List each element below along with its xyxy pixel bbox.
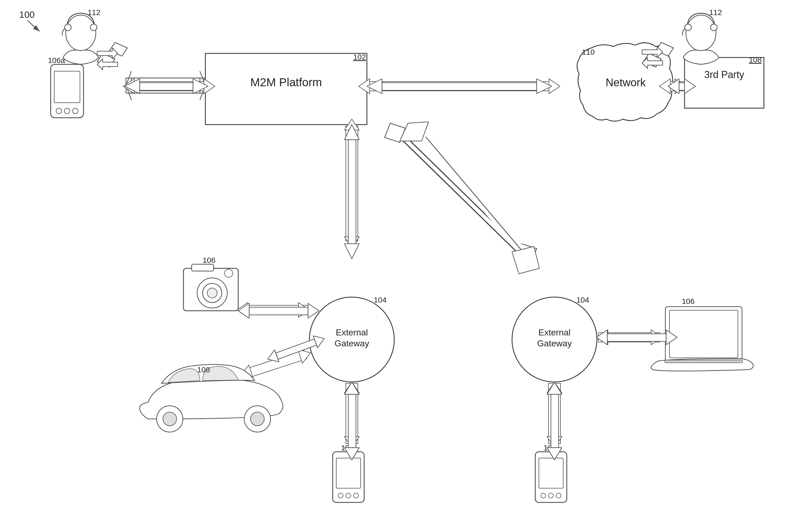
svg-point-86	[346, 493, 351, 498]
svg-marker-21	[110, 42, 127, 56]
svg-rect-75	[192, 264, 214, 271]
svg-point-78	[157, 406, 183, 432]
svg-rect-84	[336, 458, 361, 488]
svg-point-69	[73, 108, 78, 114]
svg-point-61	[686, 15, 716, 51]
svg-marker-43	[237, 302, 248, 317]
svg-rect-35	[346, 126, 358, 241]
svg-point-12	[309, 297, 394, 382]
svg-text:Gateway: Gateway	[335, 338, 369, 348]
svg-text:3rd Party: 3rd Party	[704, 69, 744, 80]
svg-marker-109	[684, 79, 696, 94]
svg-text:Gateway: Gateway	[537, 338, 572, 348]
svg-text:Network: Network	[606, 76, 646, 88]
svg-text:106: 106	[544, 444, 556, 452]
svg-marker-121	[308, 304, 319, 318]
svg-point-67	[56, 108, 61, 114]
svg-rect-4	[205, 53, 367, 125]
svg-rect-65	[51, 65, 84, 118]
svg-rect-30	[668, 81, 684, 91]
svg-marker-20	[97, 53, 115, 67]
svg-rect-125	[348, 394, 356, 448]
svg-rect-83	[333, 452, 364, 502]
svg-text:106a: 106a	[48, 56, 65, 65]
svg-marker-37	[345, 237, 359, 248]
svg-rect-107	[679, 83, 684, 90]
svg-point-91	[541, 493, 546, 498]
svg-marker-36	[345, 119, 359, 130]
svg-marker-113	[345, 125, 359, 140]
svg-marker-25	[123, 79, 134, 94]
svg-rect-97	[665, 360, 742, 363]
svg-marker-44	[298, 302, 309, 317]
svg-text:104: 104	[576, 296, 589, 304]
svg-text:106: 106	[682, 297, 695, 306]
svg-rect-66	[54, 71, 80, 103]
svg-marker-117	[400, 122, 428, 141]
svg-marker-114	[345, 244, 359, 259]
svg-line-39	[400, 134, 520, 252]
svg-marker-120	[238, 304, 249, 318]
svg-marker-126	[345, 382, 359, 394]
svg-rect-71	[183, 268, 238, 311]
svg-point-93	[556, 493, 561, 498]
svg-rect-42	[246, 305, 308, 315]
svg-marker-108	[668, 79, 679, 94]
svg-point-80	[244, 406, 271, 432]
svg-marker-110	[642, 47, 663, 57]
svg-rect-119	[249, 307, 308, 315]
svg-point-76	[224, 269, 233, 277]
svg-point-68	[65, 108, 70, 114]
svg-text:M2M Platform: M2M Platform	[250, 76, 322, 89]
svg-marker-34	[656, 42, 674, 56]
svg-text:106: 106	[341, 444, 354, 452]
svg-line-38	[400, 134, 520, 252]
svg-marker-31	[659, 79, 670, 94]
svg-rect-128	[551, 394, 558, 448]
svg-point-73	[203, 283, 222, 302]
svg-point-59	[90, 24, 97, 31]
svg-marker-52	[547, 382, 562, 393]
svg-marker-55	[597, 330, 608, 345]
svg-marker-99	[97, 48, 118, 59]
svg-rect-27	[368, 81, 549, 91]
svg-text:External: External	[336, 328, 368, 337]
svg-rect-101	[140, 83, 193, 90]
svg-marker-132	[596, 330, 607, 345]
svg-point-63	[711, 24, 717, 31]
svg-rect-24	[133, 81, 205, 91]
svg-marker-129	[547, 382, 562, 394]
svg-point-62	[685, 24, 691, 31]
svg-point-92	[548, 493, 553, 498]
svg-rect-131	[607, 334, 666, 342]
svg-text:106: 106	[203, 256, 216, 264]
svg-text:112: 112	[88, 8, 100, 17]
svg-marker-103	[193, 79, 208, 94]
svg-rect-122	[276, 339, 316, 359]
svg-rect-112	[348, 140, 356, 244]
svg-point-79	[163, 412, 177, 426]
svg-marker-41	[516, 244, 537, 263]
svg-rect-95	[665, 307, 742, 362]
svg-marker-124	[313, 333, 327, 348]
svg-marker-118	[512, 246, 539, 274]
svg-marker-26	[204, 79, 215, 94]
svg-marker-32	[675, 79, 686, 94]
svg-point-85	[338, 493, 343, 498]
svg-rect-51	[548, 383, 561, 444]
svg-marker-105	[367, 79, 382, 94]
svg-marker-133	[666, 330, 677, 345]
svg-marker-29	[549, 79, 560, 94]
svg-point-87	[353, 493, 359, 498]
svg-point-57	[66, 15, 96, 51]
svg-text:112: 112	[709, 8, 722, 17]
svg-marker-123	[265, 350, 279, 365]
svg-marker-22	[126, 78, 205, 93]
svg-point-81	[251, 412, 264, 426]
svg-point-58	[65, 24, 71, 31]
svg-marker-47	[298, 346, 313, 363]
svg-marker-53	[547, 437, 562, 448]
svg-rect-54	[598, 333, 660, 342]
svg-marker-49	[345, 382, 359, 393]
svg-marker-28	[359, 79, 370, 94]
